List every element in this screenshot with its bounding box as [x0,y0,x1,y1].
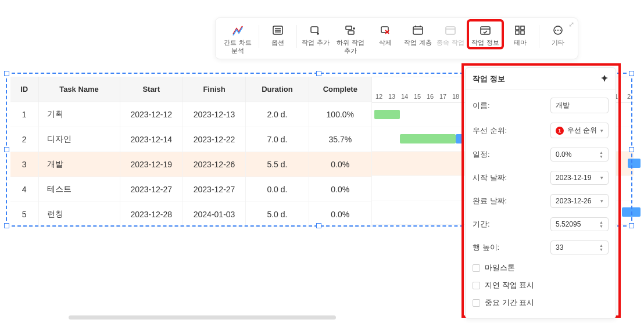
row-height-input[interactable]: 33 ▲▼ [550,241,609,254]
toolbar-analysis[interactable]: 간트 차트 분석 [219,21,256,55]
cell-complete: 100.0% [309,102,371,127]
horizontal-scrollbar[interactable] [69,315,336,320]
cell-start: 2023-12-28 [120,202,183,227]
gantt-bar[interactable] [622,207,641,217]
duration-value: 5.52095 [556,220,581,228]
resize-handle[interactable] [4,71,9,76]
start-date-picker[interactable]: 2023-12-19 ▾ [550,171,609,185]
cell-name: 테스트 [38,177,120,202]
cell-duration: 7.0 d. [246,127,309,152]
chevron-down-icon: ▾ [600,175,603,181]
add-subtask-icon [344,24,357,37]
col-finish[interactable]: Finish [183,77,245,102]
resize-handle[interactable] [4,147,9,152]
priority-badge: 1 [556,127,564,135]
cell-finish: 2023-12-22 [183,127,245,152]
pin-icon[interactable] [600,74,609,84]
col-name[interactable]: Task Name [38,77,120,102]
chevron-down-icon: ▾ [600,128,603,134]
gantt-bar-progress[interactable] [456,134,463,143]
list-icon [271,24,284,37]
toolbar-hierarchy[interactable]: 작업 계층 [402,21,434,47]
svg-point-25 [555,30,556,31]
toolbar-label: 기타 [552,39,564,47]
resize-handle[interactable] [4,223,9,228]
cell-name: 디자인 [38,127,120,152]
cell-id: 4 [10,177,38,202]
resize-handle[interactable] [316,71,321,76]
toolbar-task-info[interactable]: 작업 정보 [469,21,502,47]
cell-start: 2023-12-27 [120,177,183,202]
dependency-icon [444,24,457,37]
task-table: ID Task Name Start Finish Duration Compl… [10,77,372,227]
table-row[interactable]: 2 디자인 2023-12-14 2023-12-22 7.0 d. 35.7% [10,127,372,152]
cell-finish: 2023-12-26 [183,152,245,177]
table-row[interactable]: 5 런칭 2023-12-28 2024-01-03 5.0 d. 0.0% [10,202,372,227]
col-duration[interactable]: Duration [246,77,309,102]
spinner-icon[interactable]: ▲▼ [599,150,603,159]
day-label: 2 [624,93,634,100]
show-delayed-checkbox[interactable]: 지연 작업 표시 [473,277,609,294]
toolbar-delete[interactable]: 삭제 [369,21,402,47]
duration-input[interactable]: 5.52095 ▲▼ [550,217,609,231]
cell-complete: 0.0% [309,177,371,202]
priority-select[interactable]: 1 우선 순위 ▾ [550,123,609,138]
end-date-picker[interactable]: 2023-12-26 ▾ [550,194,609,208]
cell-finish: 2024-01-03 [183,202,245,227]
cell-id: 3 [10,152,38,177]
collapse-icon[interactable]: ⤢ [568,20,574,28]
panel-header: 작업 정보 [466,68,616,89]
toolbar-theme[interactable]: 테마 [504,21,536,47]
row-height-value: 33 [556,243,563,252]
svg-rect-7 [346,26,352,30]
resize-handle[interactable] [629,71,634,76]
svg-point-27 [560,30,561,31]
more-icon [552,24,564,37]
show-critical-checkbox[interactable]: 중요 기간 표시 [473,294,609,311]
start-date-value: 2023-12-19 [556,174,591,182]
day-label: 18 [451,93,460,100]
cell-complete: 35.7% [309,127,371,152]
col-start[interactable]: Start [120,77,183,102]
calendar-icon [412,24,424,37]
spinner-icon[interactable]: ▲▼ [599,243,603,252]
day-label: 12 [374,93,384,100]
toolbar-options[interactable]: 옵션 [262,21,294,47]
chevron-down-icon: ▾ [600,198,603,204]
task-info-icon [479,24,492,37]
label-duration: 기간: [473,219,490,229]
day-label: 15 [413,93,422,100]
gantt-bar[interactable] [400,134,456,143]
checkbox-label: 마일스톤 [485,263,515,273]
toolbar-label: 삭제 [379,39,392,47]
toolbar-add-subtask[interactable]: 하위 작업 추가 [332,21,369,55]
cell-duration: 5.0 d. [246,202,309,227]
cell-id: 2 [10,127,38,152]
cell-name: 기획 [38,102,120,127]
table-row[interactable]: 1 기획 2023-12-12 2023-12-13 2.0 d. 100.0% [10,102,372,127]
milestone-checkbox[interactable]: 마일스톤 [473,259,609,277]
toolbar-label: 테마 [514,39,527,47]
gantt-bar[interactable] [628,159,641,168]
label-name: 이름: [473,101,490,111]
svg-rect-12 [413,27,423,34]
cell-id: 1 [10,102,38,127]
toolbar-label: 작업 계층 [404,39,431,47]
svg-rect-20 [516,26,519,30]
end-date-value: 2023-12-26 [556,197,591,205]
spinner-icon[interactable]: ▲▼ [599,220,603,228]
col-id[interactable]: ID [10,77,38,102]
svg-rect-23 [521,31,524,34]
day-label: 13 [387,93,396,100]
cell-id: 5 [10,202,38,227]
toolbar-add-task[interactable]: 작업 추가 [299,21,332,47]
checkbox-icon [473,264,480,272]
table-row[interactable]: 4 테스트 2023-12-27 2023-12-27 0.0 d. 0.0% [10,177,372,202]
toolbar-label: 작업 추가 [302,39,329,47]
col-complete[interactable]: Complete [309,77,371,102]
table-row-selected[interactable]: 3 개발 2023-12-19 2023-12-26 5.5 d. 0.0% [10,152,372,177]
delete-icon [379,24,392,37]
progress-input[interactable]: 0.0% ▲▼ [550,148,609,162]
name-input[interactable]: 개발 [550,98,609,113]
gantt-bar[interactable] [374,110,400,119]
